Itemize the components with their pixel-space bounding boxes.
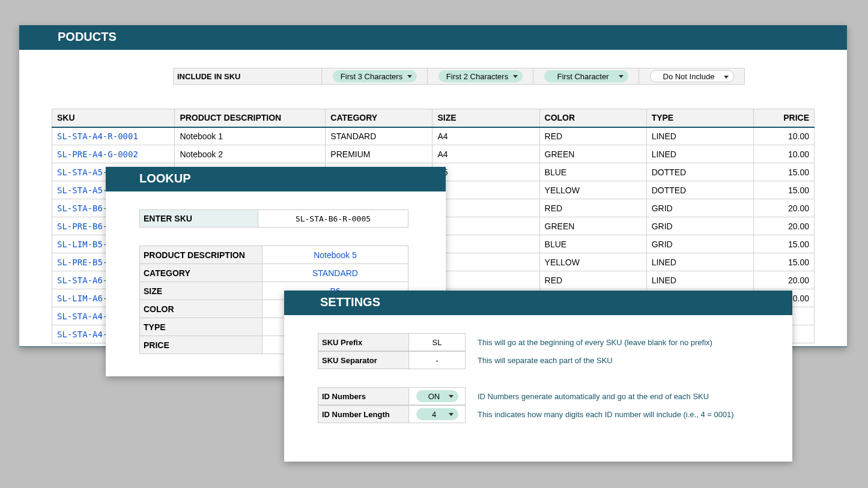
products-header-row: SKUPRODUCT DESCRIPTIONCATEGORYSIZECOLORT… [52, 109, 815, 127]
price-cell: 20.00 [753, 271, 814, 289]
lookup-row: CATEGORYSTANDARD [140, 264, 408, 282]
settings-label: ID Numbers [318, 387, 409, 405]
price-cell: 20.00 [753, 217, 814, 235]
settings-value[interactable]: SL [409, 333, 466, 351]
size-cell [432, 199, 539, 217]
category-cell: PREMIUM [326, 145, 432, 163]
color-cell: YELLOW [539, 181, 646, 199]
settings-label: SKU Separator [318, 351, 409, 369]
include-dropdown-1[interactable]: First 2 Characters [439, 70, 523, 82]
settings-title: SETTINGS [284, 291, 792, 315]
lookup-field-value: Notebook 5 [263, 246, 408, 264]
type-cell: DOTTED [646, 181, 753, 199]
products-title: PODUCTS [19, 25, 847, 50]
settings-body: SKU PrefixSLThis will go at the beginnin… [284, 315, 792, 462]
lookup-field-label: CATEGORY [140, 264, 263, 282]
products-header-2: CATEGORY [326, 109, 432, 127]
lookup-field-label: SIZE [140, 282, 263, 300]
lookup-row: PRODUCT DESCRIPTIONNotebook 5 [140, 246, 408, 264]
color-cell: RED [539, 127, 646, 145]
lookup-field-label: PRODUCT DESCRIPTION [140, 246, 263, 264]
lookup-field-value: STANDARD [263, 264, 408, 282]
products-header-4: COLOR [539, 109, 646, 127]
color-cell: BLUE [539, 163, 646, 181]
price-cell: 20.00 [753, 199, 814, 217]
size-cell [432, 217, 539, 235]
type-cell: GRID [646, 199, 753, 217]
settings-row: ID NumbersONID Numbers generate automati… [318, 387, 759, 405]
settings-value[interactable]: ON [409, 387, 466, 405]
price-cell: 10.00 [753, 145, 814, 163]
size-cell: A5 [432, 163, 539, 181]
settings-label: ID Number Length [318, 405, 409, 423]
include-label: INCLUDE IN SKU [173, 68, 322, 85]
enter-sku-label: ENTER SKU [139, 209, 258, 227]
settings-description: ID Numbers generate automatically and go… [478, 392, 709, 401]
color-cell: BLUE [539, 235, 646, 253]
color-cell: GREEN [539, 145, 646, 163]
size-cell: A4 [432, 145, 539, 163]
table-row: SL-STA-A4-R-0001Notebook 1STANDARDA4REDL… [52, 127, 815, 145]
settings-label: SKU Prefix [318, 333, 409, 351]
products-header-5: TYPE [646, 109, 753, 127]
type-cell: LINED [646, 145, 753, 163]
products-header-1: PRODUCT DESCRIPTION [175, 109, 326, 127]
type-cell: LINED [646, 253, 753, 271]
lookup-field-label: PRICE [140, 336, 263, 354]
lookup-enter-row: ENTER SKU SL-STA-B6-R-0005 [139, 209, 412, 227]
products-header-6: PRICE [753, 109, 814, 127]
settings-description: This indicates how many digits each ID n… [478, 410, 734, 419]
settings-dropdown[interactable]: ON [416, 390, 458, 402]
type-cell: LINED [646, 127, 753, 145]
price-cell: 15.00 [753, 181, 814, 199]
type-cell: GRID [646, 235, 753, 253]
include-dropdown-0[interactable]: First 3 Characters [333, 70, 417, 82]
lookup-field-label: TYPE [140, 318, 263, 336]
settings-description: This will go at the beginning of every S… [478, 338, 712, 347]
settings-value[interactable]: - [409, 351, 466, 369]
enter-sku-input[interactable]: SL-STA-B6-R-0005 [258, 209, 408, 227]
type-cell: GRID [646, 217, 753, 235]
products-header-0: SKU [52, 109, 175, 127]
settings-row: SKU Separator-This will separate each pa… [318, 351, 759, 369]
size-cell: A4 [432, 127, 539, 145]
type-cell: LINED [646, 271, 753, 289]
lookup-field-label: COLOR [140, 300, 263, 318]
price-cell: 15.00 [753, 253, 814, 271]
settings-row: SKU PrefixSLThis will go at the beginnin… [318, 333, 759, 351]
color-cell: RED [539, 199, 646, 217]
size-cell [432, 235, 539, 253]
settings-value[interactable]: 4 [409, 405, 466, 423]
type-cell: DOTTED [646, 163, 753, 181]
price-cell: 15.00 [753, 235, 814, 253]
settings-panel: SETTINGS SKU PrefixSLThis will go at the… [284, 291, 792, 461]
desc-cell: Notebook 2 [175, 145, 326, 163]
size-cell [432, 271, 539, 289]
color-cell: RED [539, 271, 646, 289]
size-cell [432, 253, 539, 271]
settings-description: This will separate each part of the SKU [478, 356, 613, 365]
table-row: SL-PRE-A4-G-0002Notebook 2PREMIUMA4GREEN… [52, 145, 815, 163]
settings-row: ID Number Length4This indicates how many… [318, 405, 759, 423]
price-cell: 15.00 [753, 163, 814, 181]
color-cell: GREEN [539, 217, 646, 235]
category-cell: STANDARD [326, 127, 432, 145]
desc-cell: Notebook 1 [175, 127, 326, 145]
include-in-sku-row: INCLUDE IN SKU First 3 Characters First … [173, 68, 815, 85]
include-dropdown-2[interactable]: First Character [544, 70, 628, 82]
lookup-title: LOOKUP [106, 167, 446, 191]
color-cell: YELLOW [539, 253, 646, 271]
sku-cell: SL-PRE-A4-G-0002 [52, 145, 175, 163]
settings-dropdown[interactable]: 4 [416, 408, 458, 420]
products-header-3: SIZE [432, 109, 539, 127]
price-cell: 10.00 [753, 127, 814, 145]
size-cell [432, 181, 539, 199]
sku-cell: SL-STA-A4-R-0001 [52, 127, 175, 145]
include-dropdown-3[interactable]: Do Not Include [650, 70, 734, 82]
